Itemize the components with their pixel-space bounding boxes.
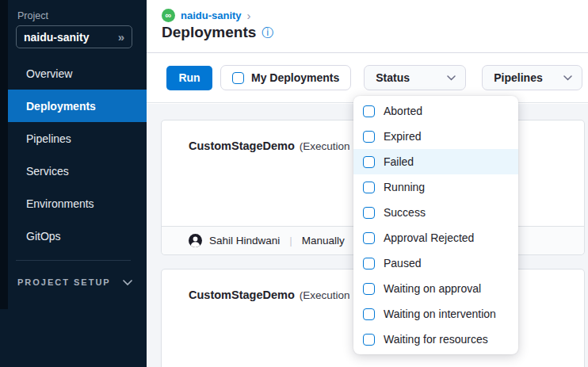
status-option-success[interactable]: Success	[353, 200, 518, 225]
cd-module-icon: ∞	[162, 9, 175, 22]
option-checkbox[interactable]	[363, 334, 375, 346]
project-selector[interactable]: naidu-sanity »	[16, 25, 132, 48]
user-avatar-icon	[189, 234, 202, 247]
footer-separator: |	[289, 235, 292, 247]
my-deployments-label: My Deployments	[251, 71, 339, 84]
pipelines-filter-dropdown[interactable]: Pipelines	[482, 65, 582, 90]
page-title: Deployments	[162, 24, 256, 41]
sidebar-item-overview[interactable]: Overview	[8, 57, 147, 90]
double-chevron-icon[interactable]: »	[118, 30, 124, 44]
option-checkbox[interactable]	[363, 258, 375, 270]
execution-id-text: (Execution Id	[300, 140, 362, 152]
title-row: Deployments ⓘ	[162, 24, 273, 41]
option-checkbox[interactable]	[363, 232, 375, 244]
sidebar-item-services[interactable]: Services	[8, 155, 147, 187]
option-checkbox[interactable]	[363, 156, 375, 168]
option-checkbox[interactable]	[363, 105, 375, 117]
option-label: Paused	[384, 257, 421, 270]
status-option-waiting-on-intervention[interactable]: Waiting on intervention	[353, 301, 518, 327]
sidebar-item-label: Environments	[26, 197, 94, 210]
option-label: Aborted	[384, 105, 422, 117]
option-checkbox[interactable]	[363, 207, 375, 219]
project-setup-toggle[interactable]: PROJECT SETUP	[17, 277, 132, 287]
status-option-aborted[interactable]: Aborted	[353, 98, 518, 124]
sidebar-item-label: Pipelines	[26, 132, 71, 145]
option-label: Failed	[384, 155, 414, 168]
project-sidebar: Project naidu-sanity » Overview Deployme…	[0, 0, 147, 367]
option-checkbox[interactable]	[363, 131, 375, 143]
status-option-waiting-for-resources[interactable]: Waiting for resources	[353, 327, 518, 352]
breadcrumb: ∞ naidu-sanity ›	[162, 9, 251, 22]
pipeline-name[interactable]: CustomStageDemo	[189, 140, 295, 152]
option-label: Waiting for resources	[384, 333, 488, 346]
status-option-expired[interactable]: Expired	[353, 124, 518, 149]
status-option-paused[interactable]: Paused	[353, 250, 518, 276]
sidebar-item-label: GitOps	[26, 230, 61, 243]
option-label: Running	[384, 181, 425, 193]
sidebar-item-deployments[interactable]: Deployments	[8, 90, 147, 122]
sidebar-divider	[16, 260, 131, 261]
status-filter-label: Status	[376, 71, 410, 84]
sidebar-nav: Overview Deployments Pipelines Services …	[0, 57, 147, 252]
info-icon[interactable]: ⓘ	[262, 25, 273, 40]
option-checkbox[interactable]	[363, 283, 375, 295]
option-label: Approval Rejected	[384, 231, 474, 244]
chevron-down-icon	[563, 75, 572, 81]
status-option-failed[interactable]: Failed	[353, 149, 518, 174]
trigger-author: Sahil Hindwani	[209, 235, 280, 247]
status-option-approval-rejected[interactable]: Approval Rejected	[353, 225, 518, 250]
sidebar-item-label: Services	[26, 165, 69, 178]
trigger-type: Manually	[302, 235, 345, 247]
option-label: Waiting on approval	[384, 282, 481, 295]
page-header: ∞ naidu-sanity › Deployments ⓘ	[147, 0, 588, 53]
my-deployments-toggle[interactable]: My Deployments	[220, 65, 351, 90]
execution-id-text: (Execution Id	[300, 289, 362, 301]
option-label: Waiting on intervention	[384, 308, 496, 320]
option-checkbox[interactable]	[363, 182, 375, 193]
my-deployments-checkbox[interactable]	[232, 72, 244, 84]
option-label: Expired	[384, 130, 421, 143]
project-setup-label: PROJECT SETUP	[17, 277, 111, 287]
sidebar-item-pipelines[interactable]: Pipelines	[8, 122, 147, 155]
pipeline-name[interactable]: CustomStageDemo	[189, 289, 295, 301]
project-label: Project	[17, 10, 48, 21]
sidebar-item-environments[interactable]: Environments	[8, 187, 147, 220]
status-filter-dropdown[interactable]: Status	[364, 65, 466, 90]
pipelines-filter-label: Pipelines	[494, 71, 542, 84]
sidebar-item-label: Overview	[26, 67, 72, 80]
sidebar-item-gitops[interactable]: GitOps	[8, 220, 147, 252]
status-option-running[interactable]: Running	[353, 174, 518, 200]
status-options-menu: Aborted Expired Failed Running Success A…	[353, 96, 518, 354]
run-button[interactable]: Run	[166, 66, 212, 90]
sidebar-item-label: Deployments	[26, 100, 96, 113]
chevron-down-icon	[123, 280, 132, 285]
project-name: naidu-sanity	[24, 31, 89, 44]
chevron-down-icon	[447, 75, 456, 81]
option-label: Success	[384, 206, 426, 219]
status-option-waiting-on-approval[interactable]: Waiting on approval	[353, 276, 518, 301]
breadcrumb-project-link[interactable]: naidu-sanity	[181, 10, 242, 21]
option-checkbox[interactable]	[363, 308, 375, 320]
chevron-right-icon: ›	[247, 10, 251, 21]
